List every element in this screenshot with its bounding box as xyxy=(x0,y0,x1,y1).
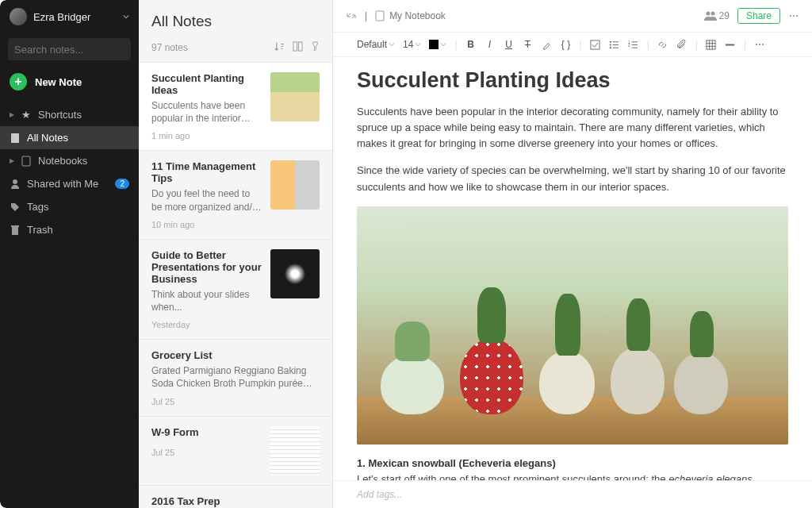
strikethrough-button[interactable]: T xyxy=(523,39,534,50)
more-format-button[interactable]: ⋯ xyxy=(754,39,765,50)
list-title: All Notes xyxy=(151,13,320,30)
nav-label: Trash xyxy=(27,224,53,236)
card-title: 2016 Tax Prep xyxy=(151,495,320,507)
nav-label: Tags xyxy=(27,201,48,213)
nav-notebooks[interactable]: ▶ Notebooks xyxy=(0,149,139,172)
card-time: Yesterday xyxy=(151,320,262,329)
table-button[interactable] xyxy=(706,40,717,50)
nav: ▶ ★ Shortcuts All Notes ▶ Notebooks Shar… xyxy=(0,103,139,241)
user-name: Ezra Bridger xyxy=(33,11,117,23)
cards: Succulent Planting Ideas Succulents have… xyxy=(139,63,332,508)
book-icon xyxy=(21,156,32,167)
card-title: Guide to Better Presentations for your B… xyxy=(151,249,262,285)
underline-button[interactable]: U xyxy=(504,39,515,50)
svg-rect-2 xyxy=(22,156,30,166)
svg-rect-8 xyxy=(376,11,384,21)
svg-point-10 xyxy=(710,12,714,16)
svg-point-12 xyxy=(610,40,611,42)
badge: 2 xyxy=(115,179,129,189)
share-button[interactable]: Share xyxy=(737,8,780,24)
tags-input[interactable]: Add tags... xyxy=(333,480,812,508)
checklist-button[interactable] xyxy=(590,40,601,50)
new-note-button[interactable]: + New Note xyxy=(0,65,139,98)
svg-rect-5 xyxy=(11,225,19,227)
nav-shared[interactable]: Shared with Me 2 xyxy=(0,172,139,195)
expand-icon: ▶ xyxy=(10,111,14,118)
card-snippet: Grated Parmigiano Reggiano Baking Soda C… xyxy=(151,364,320,390)
star-icon: ★ xyxy=(21,109,32,121)
card-thumbnail xyxy=(270,160,320,210)
card-title: Grocery List xyxy=(151,349,320,361)
nav-shortcuts[interactable]: ▶ ★ Shortcuts xyxy=(0,103,139,126)
note-count: 97 notes xyxy=(151,42,188,53)
svg-rect-11 xyxy=(591,40,599,48)
collaborators[interactable]: 29 xyxy=(704,10,730,21)
note-card[interactable]: 11 Time Management Tips Do you feel the … xyxy=(139,151,332,239)
more-icon[interactable]: ⋯ xyxy=(788,10,799,21)
italic-button[interactable]: I xyxy=(485,39,496,50)
note-title[interactable]: Succulent Planting Ideas xyxy=(357,68,788,93)
user-menu[interactable]: Ezra Bridger xyxy=(0,0,139,33)
nav-trash[interactable]: Trash xyxy=(0,218,139,241)
note-card[interactable]: W-9 Form Jul 25 xyxy=(139,417,332,486)
color-selector[interactable] xyxy=(429,40,446,49)
note-card[interactable]: Succulent Planting Ideas Succulents have… xyxy=(139,63,332,151)
nav-all-notes[interactable]: All Notes xyxy=(0,126,139,149)
new-note-label: New Note xyxy=(35,76,82,88)
search-field[interactable] xyxy=(14,44,147,56)
nav-label: Shared with Me xyxy=(27,178,98,190)
trash-icon xyxy=(10,225,21,236)
highlight-button[interactable] xyxy=(542,40,553,50)
card-title: Succulent Planting Ideas xyxy=(151,72,262,96)
notebook-selector[interactable]: My Notebook xyxy=(375,10,446,21)
note-icon xyxy=(10,133,21,144)
codeblock-button[interactable]: { } xyxy=(561,39,572,50)
view-icon[interactable] xyxy=(293,41,303,54)
svg-point-14 xyxy=(610,47,611,48)
link-button[interactable] xyxy=(657,40,668,50)
nav-tags[interactable]: Tags xyxy=(0,195,139,218)
card-title: W-9 Form xyxy=(151,426,262,438)
people-icon xyxy=(704,11,717,21)
svg-rect-1 xyxy=(11,133,19,143)
attachment-button[interactable] xyxy=(676,40,688,50)
size-selector[interactable]: 14 xyxy=(403,39,421,50)
hr-button[interactable] xyxy=(725,40,736,50)
filter-icon[interactable] xyxy=(311,41,320,54)
paragraph: Succulents have been popular in the inte… xyxy=(357,104,788,152)
svg-text:2: 2 xyxy=(628,44,630,48)
font-selector[interactable]: Default xyxy=(357,39,395,50)
nav-label: Shortcuts xyxy=(38,109,82,121)
chevron-down-icon xyxy=(123,13,129,20)
svg-rect-6 xyxy=(293,42,297,51)
note-content[interactable]: Succulent Planting Ideas Succulents have… xyxy=(333,57,812,480)
chevron-down-icon xyxy=(440,41,446,48)
toolbar: Default 14 | B I U T { } | 12 | | | ⋯ xyxy=(333,32,812,57)
sidebar: Ezra Bridger + New Note ▶ ★ Shortcuts Al… xyxy=(0,0,139,508)
editor: | My Notebook 29 Share ⋯ Default 14 | B … xyxy=(333,0,812,508)
note-card[interactable]: Guide to Better Presentations for your B… xyxy=(139,240,332,340)
chevron-down-icon xyxy=(415,41,421,48)
card-snippet: Think about your slides when... xyxy=(151,288,262,314)
note-card[interactable]: 2016 Tax Prep Questions for Marilyn: Whi… xyxy=(139,486,332,509)
numbered-list-button[interactable]: 12 xyxy=(628,40,639,50)
sort-icon[interactable] xyxy=(274,41,285,54)
expand-icon[interactable] xyxy=(346,10,357,21)
paragraph: Since the wide variety of species can be… xyxy=(357,163,788,194)
chevron-down-icon xyxy=(389,41,395,48)
svg-point-3 xyxy=(13,179,17,184)
tag-icon xyxy=(10,202,21,212)
svg-rect-7 xyxy=(298,42,302,51)
book-icon xyxy=(375,10,385,21)
editor-header: | My Notebook 29 Share ⋯ xyxy=(333,0,812,32)
note-card[interactable]: Grocery List Grated Parmigiano Reggiano … xyxy=(139,340,332,416)
bullet-list-button[interactable] xyxy=(609,40,620,50)
search-input[interactable] xyxy=(8,38,131,60)
card-thumbnail xyxy=(270,426,320,475)
nav-label: Notebooks xyxy=(38,155,87,167)
svg-point-9 xyxy=(706,12,710,16)
person-icon xyxy=(10,179,21,190)
bold-button[interactable]: B xyxy=(465,39,477,50)
svg-point-13 xyxy=(610,44,611,45)
card-title: 11 Time Management Tips xyxy=(151,160,262,184)
